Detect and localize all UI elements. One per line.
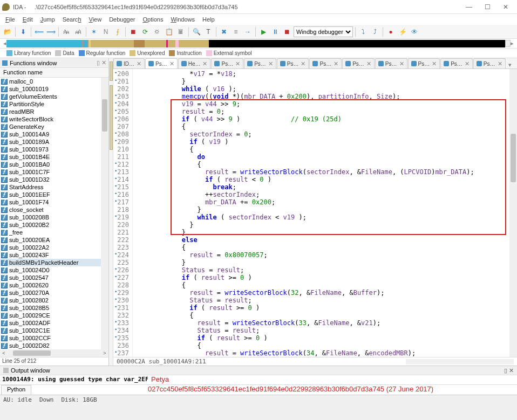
function-row[interactable]: getVolumeExtents bbox=[0, 93, 108, 100]
function-row[interactable]: sub_10002802 bbox=[0, 297, 108, 304]
close-button[interactable]: ✕ bbox=[496, 1, 515, 13]
editor-tab[interactable]: Ps…✕ bbox=[145, 58, 178, 68]
function-row[interactable]: GenerateKey bbox=[0, 123, 108, 130]
function-row[interactable]: sub_100024D0 bbox=[0, 266, 108, 274]
function-row[interactable]: sub_100020B2 bbox=[0, 221, 108, 229]
editor-tab[interactable]: Ps…✕ bbox=[342, 58, 375, 68]
functions-panel-header[interactable]: Functions window ▯ ✕ bbox=[0, 58, 108, 68]
function-row[interactable]: sub_10002620 bbox=[0, 281, 108, 289]
tab-close-icon[interactable]: ✕ bbox=[334, 60, 338, 67]
code-view[interactable]: *v17 = *v18; } while ( v16 ); memcpy((vo… bbox=[133, 69, 509, 357]
function-row[interactable]: sub_10001EEF bbox=[0, 191, 108, 198]
function-row[interactable]: readMBR bbox=[0, 108, 108, 115]
function-row[interactable]: sub_10001F74 bbox=[0, 198, 108, 206]
gear-icon[interactable]: ⛭ bbox=[152, 26, 162, 37]
zoom-icon[interactable]: 🔍 bbox=[191, 26, 202, 37]
editor-tab[interactable]: Ps…✕ bbox=[309, 58, 342, 68]
run-icon[interactable]: ▶ bbox=[258, 26, 269, 37]
output-text[interactable]: 100014A9: using guessed type char var_2E… bbox=[0, 375, 148, 384]
function-row[interactable]: sub_10001019 bbox=[0, 85, 108, 93]
search-bin-icon[interactable]: 🗚 bbox=[73, 26, 84, 37]
function-row[interactable]: buildSMBv1PacketHeader bbox=[0, 259, 108, 266]
menu-options[interactable]: Options bbox=[139, 16, 166, 23]
bp-icon[interactable]: ● bbox=[385, 26, 396, 37]
editor-tab[interactable]: Ps…✕ bbox=[440, 58, 473, 68]
arrow-icon[interactable]: → bbox=[242, 26, 253, 37]
functions-list[interactable]: malloc_0sub_10001019getVolumeExtentsPart… bbox=[0, 78, 108, 349]
tab-close-icon[interactable]: ✕ bbox=[366, 60, 371, 67]
tab-close-icon[interactable]: ✕ bbox=[465, 60, 470, 67]
functions-hscroll[interactable]: <> bbox=[0, 349, 108, 357]
debugger-select[interactable]: Windbg debugger bbox=[294, 26, 353, 37]
function-row[interactable]: sub_10002D82 bbox=[0, 342, 108, 349]
function-row[interactable]: sub_10001D32 bbox=[0, 176, 108, 183]
editor-tab[interactable]: He…✕ bbox=[178, 58, 211, 68]
function-row[interactable]: sub_100028B5 bbox=[0, 304, 108, 312]
panel-menu-icon[interactable]: ▯ ✕ bbox=[97, 59, 106, 66]
back-icon[interactable]: ⟸ bbox=[33, 26, 44, 37]
search-text-icon[interactable]: 🗛 bbox=[61, 26, 72, 37]
functions-col-header[interactable]: Function name bbox=[0, 68, 108, 78]
menu-file[interactable]: File bbox=[2, 16, 18, 23]
output-close-icon[interactable]: ▯ ✕ bbox=[504, 367, 514, 374]
menu-search[interactable]: Search bbox=[59, 16, 85, 23]
output-header[interactable]: Output window ▯ ✕ bbox=[0, 366, 517, 375]
fwd-icon[interactable]: ⟹ bbox=[45, 26, 56, 37]
menu-jump[interactable]: Jump bbox=[37, 16, 58, 23]
script-icon[interactable]: 📋 bbox=[164, 26, 174, 37]
function-row[interactable]: sub_10002C1E bbox=[0, 327, 108, 334]
tab-close-icon[interactable]: ✕ bbox=[137, 60, 141, 67]
function-row[interactable]: sub_100020EA bbox=[0, 236, 108, 244]
calc-icon[interactable]: 🖩 bbox=[175, 26, 186, 37]
python-tab[interactable]: Python bbox=[1, 385, 31, 395]
menu-view[interactable]: View bbox=[86, 16, 105, 23]
watch-icon[interactable]: 👁 bbox=[409, 26, 420, 37]
stepover-icon[interactable]: ⤵ bbox=[358, 26, 369, 37]
function-row[interactable]: sub_1000208B bbox=[0, 214, 108, 221]
function-row[interactable]: _free bbox=[0, 229, 108, 236]
function-row[interactable]: sub_10001B4E bbox=[0, 153, 108, 161]
function-row[interactable]: sub_10001C7F bbox=[0, 168, 108, 176]
tabs-overflow-icon[interactable]: ⋯ ▾ bbox=[506, 58, 517, 68]
refresh-icon[interactable]: ⟳ bbox=[140, 26, 151, 37]
tab-close-icon[interactable]: ✕ bbox=[235, 60, 240, 67]
function-row[interactable]: sub_1000243F bbox=[0, 251, 108, 259]
editor-tab[interactable]: Ps…✕ bbox=[277, 58, 309, 68]
stop2-icon[interactable]: ⏹ bbox=[282, 26, 292, 37]
pause-icon[interactable]: ⏸ bbox=[270, 26, 281, 37]
open-icon[interactable]: 📂 bbox=[2, 26, 13, 37]
tab-close-icon[interactable]: ✕ bbox=[498, 60, 502, 67]
editor-tab[interactable]: Ps…✕ bbox=[375, 58, 407, 68]
panel-gutter[interactable] bbox=[109, 58, 113, 366]
function-row[interactable]: sub_100029CE bbox=[0, 312, 108, 319]
menu-windows[interactable]: Windows bbox=[167, 16, 198, 23]
editor-tab[interactable]: Ps…✕ bbox=[244, 58, 276, 68]
editor-tab[interactable]: Ps…✕ bbox=[408, 58, 440, 68]
menu-edit[interactable]: Edit bbox=[19, 16, 36, 23]
function-row[interactable]: sub_10001BA0 bbox=[0, 161, 108, 168]
code-vscroll[interactable] bbox=[509, 69, 517, 357]
function-row[interactable]: sub_10001973 bbox=[0, 146, 108, 153]
function-row[interactable]: sub_1000270A bbox=[0, 289, 108, 297]
function-row[interactable]: PartitionStyle bbox=[0, 100, 108, 108]
tab-close-icon[interactable]: ✕ bbox=[169, 60, 174, 67]
menu-debugger[interactable]: Debugger bbox=[106, 16, 138, 23]
function-row[interactable]: StartAddress bbox=[0, 183, 108, 191]
navigation-band[interactable]: ◂ ▸ bbox=[0, 39, 517, 49]
tab-close-icon[interactable]: ✕ bbox=[301, 60, 305, 67]
tab-close-icon[interactable]: ✕ bbox=[202, 60, 207, 67]
function-row[interactable]: sub_1000189A bbox=[0, 138, 108, 146]
names-icon[interactable]: N bbox=[100, 26, 111, 37]
function-row[interactable]: writeSectorBlock bbox=[0, 115, 108, 123]
code-hscroll[interactable] bbox=[406, 359, 514, 364]
tab-close-icon[interactable]: ✕ bbox=[399, 60, 404, 67]
tab-close-icon[interactable]: ✕ bbox=[268, 60, 273, 67]
editor-tab[interactable]: ID…✕ bbox=[113, 58, 145, 68]
hex-icon[interactable]: ✖ bbox=[219, 26, 229, 37]
save-icon[interactable]: ⬇ bbox=[18, 26, 29, 37]
menu-help[interactable]: Help bbox=[199, 16, 218, 23]
minimize-button[interactable]: — bbox=[460, 1, 478, 13]
tab-close-icon[interactable]: ✕ bbox=[432, 60, 437, 67]
function-row[interactable]: close_socket bbox=[0, 206, 108, 214]
function-row[interactable]: sub_10002547 bbox=[0, 274, 108, 281]
